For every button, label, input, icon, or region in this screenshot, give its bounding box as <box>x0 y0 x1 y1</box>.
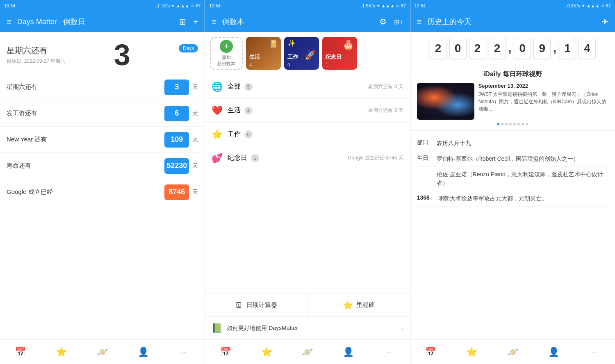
grid-icon-1[interactable]: ⊞ <box>178 15 188 28</box>
hero-count: 3 <box>114 40 130 70</box>
hero-top: 星期六还有 目标日: 2022-09-17 星期六 3 Days <box>7 40 198 70</box>
milestone-tool[interactable]: ⭐ 里程碑 <box>308 293 410 316</box>
tab-user-3[interactable]: 👤 <box>533 340 574 364</box>
history-festival-label: 節日 <box>417 139 432 148</box>
dot <box>522 123 524 125</box>
guide-text: 如何更好地使用 DaysMatter <box>227 325 401 332</box>
history-birthday1-value: 罗伯特·塞西尔（Robert Cecil，国际联盟的创始人之一） <box>437 155 608 163</box>
news-image <box>417 83 474 120</box>
date-digit: 0 <box>514 38 531 59</box>
chevron-right-icon: › <box>401 325 403 332</box>
user-icon-3: 👤 <box>548 347 559 357</box>
tab-star-2[interactable]: ⭐ <box>246 340 287 364</box>
hearts-icon: 💕 <box>212 153 223 164</box>
tab-calendar-1[interactable]: 📅 <box>0 340 41 364</box>
tab-calendar-3[interactable]: 📅 <box>410 340 451 364</box>
list-item[interactable]: 发工资还有 6 天 <box>0 100 205 127</box>
settings-icon-2[interactable]: ⚙ <box>378 15 388 28</box>
navbar-1: ≡ Days Matter · 倒数日 ⊞ + <box>0 11 205 32</box>
star-icon-1: ⭐ <box>56 347 67 357</box>
planet-icon-3: 🪐 <box>507 347 518 357</box>
planet-icon-1: 🪐 <box>97 347 108 357</box>
hero-section: 星期六还有 目标日: 2022-09-17 星期六 3 Days <box>0 32 205 74</box>
date-digit: 2 <box>430 38 447 59</box>
date-digit: 0 <box>449 38 467 59</box>
history-section: 節日 农历八月十九 生日 罗伯特·塞西尔（Robert Cecil，国际联盟的创… <box>410 131 615 339</box>
list-item[interactable]: Google 成立已经 8746 天 <box>0 179 205 205</box>
dot <box>505 123 508 125</box>
panel-countdown: 10:54 ...1.5K/s ✦ ▲▲▲ ≋ 87 ≡ 倒数本 ⚙ ⊞+ + … <box>205 0 410 364</box>
news-body: JWST 太空望远镜拍摄的第一张「猎户座星云」（Orion Nebula）照片，… <box>478 91 608 113</box>
category-anniversary-count: 1 <box>251 154 259 162</box>
tab-user-1[interactable]: 👤 <box>123 340 164 364</box>
notebook-life[interactable]: 📔 生活 4 <box>246 37 281 70</box>
signal-2: ...1.5K/s ✦ ▲▲▲ ≋ 87 <box>358 3 405 9</box>
category-anniversary[interactable]: 💕 纪念日 1 Google 成立已经 8746 天 <box>205 146 410 170</box>
user-icon-1: 👤 <box>138 347 149 357</box>
dot <box>517 123 520 125</box>
tab-planet-3[interactable]: 🪐 <box>492 340 533 364</box>
add-notebook-button[interactable]: + 添加新倒数本 <box>210 37 243 70</box>
hero-label: 星期六还有 <box>7 45 65 56</box>
tab-star-1[interactable]: ⭐ <box>41 340 82 364</box>
guide-row[interactable]: 📗 如何更好地使用 DaysMatter › <box>205 316 410 339</box>
list-label: 发工资还有 <box>7 109 164 117</box>
planet-icon-2: 🪐 <box>302 347 313 357</box>
list-count: 3 <box>164 80 189 95</box>
history-birthday2-label <box>417 170 432 187</box>
tab-calendar-2[interactable]: 📅 <box>205 340 246 364</box>
list-label: New Year 还有 <box>7 136 164 143</box>
category-anniversary-text: 纪念日 1 <box>228 154 348 162</box>
tab-more-1[interactable]: ··· <box>164 340 205 364</box>
menu-icon-3[interactable]: ≡ <box>415 16 424 28</box>
star-icon-2: ⭐ <box>261 347 272 357</box>
tab-user-2[interactable]: 👤 <box>328 340 369 364</box>
notebook-anniversary[interactable]: 🎂 纪念日 1 <box>322 37 357 70</box>
menu-icon-1[interactable]: ≡ <box>5 16 13 28</box>
category-anniversary-name: 纪念日 <box>228 154 247 161</box>
notebook-work-count: 0 <box>287 62 290 67</box>
add-icon-2[interactable]: ⊞+ <box>392 16 405 27</box>
hero-badge: Days <box>179 44 198 52</box>
notebook-cards: + 添加新倒数本 📔 生活 4 ✨ 🚀 工作 0 🎂 纪念日 1 <box>205 32 410 75</box>
category-life[interactable]: ❤️ 生活 4 星期六还有 3 天 <box>205 99 410 123</box>
time-2: 10:54 <box>209 3 221 8</box>
date-separator: , <box>508 42 512 55</box>
dot <box>501 123 503 125</box>
list-unit: 天 <box>192 110 198 117</box>
tab-star-3[interactable]: ⭐ <box>451 340 492 364</box>
category-life-text: 生活 4 <box>228 106 368 115</box>
add-icon-1[interactable]: + <box>192 16 200 28</box>
calendar-icon-1: 📅 <box>15 347 26 357</box>
tab-planet-2[interactable]: 🪐 <box>287 340 328 364</box>
date-calculator-label: 日期计算器 <box>246 301 277 309</box>
list-item[interactable]: 星期六还有 3 天 <box>0 74 205 100</box>
category-all[interactable]: 🌐 全部 5 星期六还有 3 天 <box>205 75 410 99</box>
status-bar-1: 10:54 ...1.1K/s ✦ ▲▲▲ ≋ 87 <box>0 0 205 11</box>
list-item[interactable]: 寿命还有 52230 天 <box>0 153 205 179</box>
notebook-work[interactable]: ✨ 🚀 工作 0 <box>284 37 319 70</box>
category-work-text: 工作 0 <box>228 130 403 139</box>
tab-more-2[interactable]: ··· <box>369 340 410 364</box>
date-calculator-tool[interactable]: 🗓 日期计算器 <box>205 293 308 316</box>
status-bar-2: 10:54 ...1.5K/s ✦ ▲▲▲ ≋ 87 <box>205 0 410 11</box>
globe-icon: 🌐 <box>212 82 223 92</box>
tab-planet-1[interactable]: 🪐 <box>82 340 123 364</box>
history-row-festival: 節日 农历八月十九 <box>417 136 608 151</box>
date-digit: 2 <box>469 38 486 59</box>
send-icon-3[interactable]: ✈ <box>600 15 610 28</box>
dots-indicator <box>417 123 608 125</box>
list-label: Google 成立已经 <box>7 188 164 196</box>
history-row-birthday1: 生日 罗伯特·塞西尔（Robert Cecil，国际联盟的创始人之一） <box>417 151 608 167</box>
category-all-count: 5 <box>244 83 253 91</box>
news-section: iDaily 每日环球视野 September 13, 2022 JWST 太空… <box>410 65 615 131</box>
dot-active <box>497 123 499 125</box>
category-all-name: 全部 <box>228 83 241 90</box>
category-work[interactable]: ⭐ 工作 0 <box>205 123 410 146</box>
menu-icon-2[interactable]: ≡ <box>210 16 218 28</box>
star-icon-cat: ⭐ <box>212 129 223 140</box>
star-icon-3: ⭐ <box>466 347 477 357</box>
list-count: 6 <box>164 106 189 121</box>
tab-more-3[interactable]: ··· <box>574 340 615 364</box>
list-item[interactable]: New Year 还有 109 天 <box>0 127 205 153</box>
